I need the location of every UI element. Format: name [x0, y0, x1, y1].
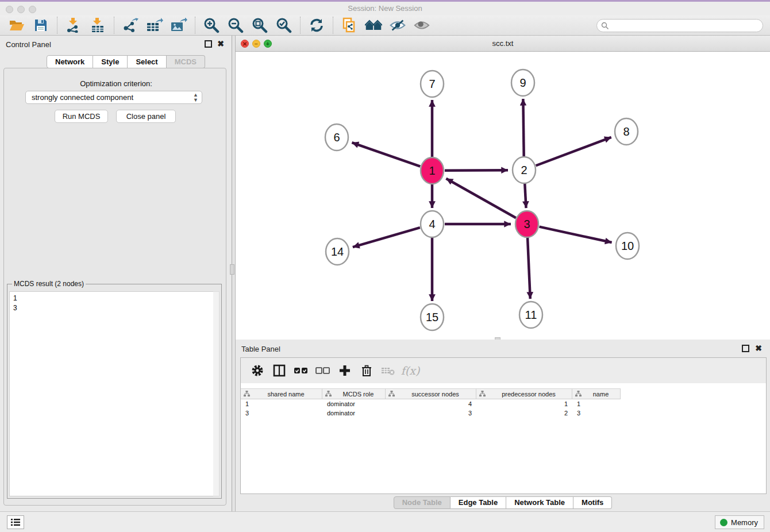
network-canvas[interactable]: 7968124314101511: [236, 52, 770, 340]
graph-node-15[interactable]: 15: [421, 304, 444, 330]
svg-text:6: 6: [333, 131, 340, 144]
tab-style[interactable]: Style: [93, 55, 128, 68]
graph-node-8[interactable]: 8: [615, 118, 638, 145]
table-panel-title: Table Panel: [241, 345, 280, 353]
tab-motifs[interactable]: Motifs: [573, 496, 612, 509]
tab-mcds[interactable]: MCDS: [167, 55, 205, 68]
svg-text:11: 11: [525, 309, 537, 321]
search-box[interactable]: [596, 19, 763, 32]
graph-edge-1-6[interactable]: [352, 142, 420, 167]
close-window-icon[interactable]: [6, 6, 13, 13]
maximize-view-icon[interactable]: +: [264, 40, 272, 48]
import-network-icon[interactable]: [65, 17, 82, 34]
zoom-in-icon[interactable]: [203, 17, 220, 34]
show-all-icon[interactable]: [413, 17, 430, 34]
tab-node-table[interactable]: Node Table: [394, 496, 451, 509]
import-table-icon[interactable]: [89, 17, 106, 34]
export-image-icon[interactable]: [170, 17, 187, 34]
graph-edge-3-10[interactable]: [539, 227, 611, 242]
zoom-selected-icon[interactable]: [275, 17, 292, 34]
graph-node-4[interactable]: 4: [421, 211, 444, 237]
tab-network-table[interactable]: Network Table: [506, 496, 573, 509]
window-titlebar[interactable]: Session: New Session: [0, 2, 770, 15]
graph-edge-1-2[interactable]: [445, 170, 508, 171]
export-network-icon[interactable]: [122, 17, 139, 34]
graph-node-6[interactable]: 6: [325, 124, 348, 151]
refresh-icon[interactable]: [308, 17, 325, 34]
zoom-fit-icon[interactable]: [251, 17, 268, 34]
graph-node-1[interactable]: 1: [421, 157, 444, 184]
column-header-name[interactable]: name: [572, 388, 621, 399]
close-view-icon[interactable]: ✕: [241, 40, 249, 48]
table-row[interactable]: 1dominator411: [241, 399, 766, 408]
hide-selected-icon[interactable]: [389, 17, 406, 34]
graph-edge-3-1[interactable]: [446, 179, 515, 218]
table-row[interactable]: 3dominator323: [241, 408, 766, 418]
graph-node-2[interactable]: 2: [513, 157, 536, 183]
close-table-panel-icon[interactable]: ✖: [755, 344, 762, 353]
search-input[interactable]: [609, 20, 763, 31]
deselect-all-icon[interactable]: [315, 363, 331, 379]
float-table-panel-icon[interactable]: [742, 345, 749, 352]
table-cell[interactable]: dominator: [322, 399, 386, 408]
delete-table-icon[interactable]: [380, 363, 396, 379]
column-header-predecessor-nodes[interactable]: predecessor nodes: [476, 388, 572, 399]
vertical-splitter-handle[interactable]: [230, 264, 234, 275]
graph-node-3[interactable]: 3: [515, 211, 538, 237]
close-panel-button[interactable]: Close panel: [116, 110, 176, 123]
close-panel-icon[interactable]: ✖: [217, 39, 224, 48]
home-icon[interactable]: [365, 17, 382, 34]
table-cell[interactable]: 1: [476, 399, 572, 408]
open-file-icon[interactable]: [8, 17, 25, 34]
table-cell[interactable]: 1: [241, 399, 322, 408]
graph-node-10[interactable]: 10: [616, 233, 639, 259]
graph-node-9[interactable]: 9: [511, 70, 534, 96]
column-header-successor-nodes[interactable]: successor nodes: [386, 388, 476, 399]
table-cell[interactable]: 3: [241, 408, 322, 418]
tab-select[interactable]: Select: [128, 55, 166, 68]
table-cell[interactable]: 1: [572, 399, 621, 408]
minimize-window-icon[interactable]: [17, 6, 25, 13]
delete-column-icon[interactable]: [359, 363, 375, 379]
memory-button[interactable]: Memory: [715, 515, 764, 529]
graph-edge-4-14[interactable]: [353, 228, 420, 247]
network-window-titlebar[interactable]: ✕ − + scc.txt: [236, 36, 770, 52]
table-cell[interactable]: 2: [476, 408, 572, 418]
zoom-in-icon: [203, 17, 220, 33]
first-neighbors-icon[interactable]: [341, 17, 358, 34]
select-all-icon[interactable]: [293, 363, 309, 379]
add-column-icon[interactable]: [337, 363, 353, 379]
network-view-window: ✕ − + scc.txt 7968124314101511: [235, 36, 770, 340]
column-layout-icon[interactable]: [271, 363, 287, 379]
float-panel-icon[interactable]: [205, 40, 212, 48]
table-toolbar: f(x): [241, 358, 766, 383]
result-scrollbar[interactable]: [213, 291, 220, 496]
graph-edge-2-8[interactable]: [536, 137, 611, 165]
table-cell[interactable]: 3: [386, 408, 476, 418]
export-table-icon[interactable]: [146, 17, 163, 34]
table-cell[interactable]: 4: [386, 399, 476, 408]
tab-edge-table[interactable]: Edge Table: [451, 496, 506, 509]
table-cell[interactable]: 3: [572, 408, 621, 418]
graph-node-7[interactable]: 7: [421, 71, 444, 97]
mcds-result-textarea[interactable]: 1 3: [9, 291, 213, 496]
column-header-shared-name[interactable]: shared name: [241, 388, 322, 399]
graph-edge-3-11[interactable]: [528, 237, 530, 299]
graph-node-14[interactable]: 14: [326, 238, 349, 265]
graph-edge-2-3[interactable]: [525, 183, 526, 208]
minimize-view-icon[interactable]: −: [252, 40, 260, 48]
column-header-MCDS-role[interactable]: MCDS role: [322, 388, 386, 399]
table-cell[interactable]: dominator: [322, 408, 386, 418]
zoom-out-icon[interactable]: [227, 17, 244, 34]
gear-icon[interactable]: [249, 363, 265, 379]
maximize-window-icon[interactable]: [29, 6, 36, 13]
control-panel-tabs: NetworkStyleSelectMCDS: [47, 55, 205, 68]
save-session-icon[interactable]: [32, 17, 49, 34]
task-history-button[interactable]: [7, 515, 24, 529]
graph-node-11[interactable]: 11: [519, 302, 542, 328]
criterion-dropdown[interactable]: strongly connected component ▲▼: [25, 91, 202, 104]
function-builder-icon[interactable]: f(x): [402, 363, 418, 379]
graph-edge-2-9[interactable]: [523, 99, 523, 157]
run-mcds-button[interactable]: Run MCDS: [55, 110, 108, 123]
tab-network[interactable]: Network: [47, 55, 93, 68]
